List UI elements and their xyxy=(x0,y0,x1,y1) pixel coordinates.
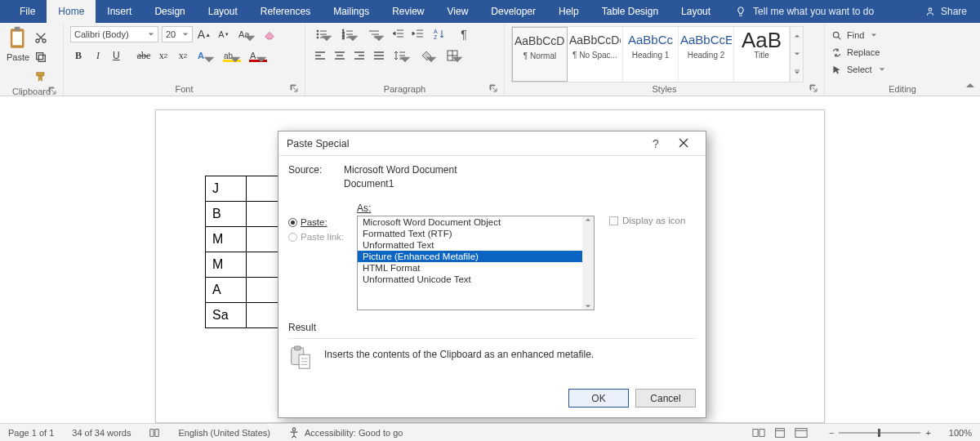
styles-gallery[interactable]: AaBbCcDc¶ NormalAaBbCcDc¶ No Spac...AaBb… xyxy=(511,26,791,82)
tab-insert[interactable]: Insert xyxy=(96,0,143,23)
paste-radio[interactable]: Paste: xyxy=(288,217,350,227)
zoom-in[interactable]: + xyxy=(925,428,930,438)
tab-design[interactable]: Design xyxy=(143,0,196,23)
brush-icon xyxy=(34,70,47,83)
tab-view[interactable]: View xyxy=(436,0,480,23)
sort-button[interactable]: AZ xyxy=(430,26,452,42)
group-paragraph: 123 AZ ¶ Paragraph xyxy=(305,23,505,96)
tab-mailings[interactable]: Mailings xyxy=(322,0,381,23)
find-button[interactable]: Find xyxy=(831,28,885,42)
format-option[interactable]: HTML Format xyxy=(358,262,594,274)
styles-launcher[interactable] xyxy=(809,84,817,92)
read-mode[interactable] xyxy=(749,425,768,440)
paste-link-radio: Paste link: xyxy=(288,232,350,242)
tab-layout[interactable]: Layout xyxy=(197,0,249,23)
share-button[interactable]: Share xyxy=(911,0,980,23)
tab-table-design[interactable]: Table Design xyxy=(590,0,670,23)
multilevel-button[interactable] xyxy=(364,26,387,42)
tab-file[interactable]: File xyxy=(8,0,47,23)
close-button[interactable] xyxy=(670,137,697,150)
bullets-button[interactable] xyxy=(312,26,335,42)
text-effects[interactable]: A xyxy=(194,47,217,64)
justify-icon xyxy=(372,49,385,62)
group-editing: Find Replace Select Editing xyxy=(825,23,980,96)
format-option[interactable]: Formatted Text (RTF) xyxy=(358,228,594,239)
font-color-button[interactable]: A xyxy=(247,47,270,64)
svg-point-12 xyxy=(317,37,318,38)
decrease-indent[interactable] xyxy=(390,26,407,42)
print-layout[interactable] xyxy=(770,425,790,440)
style--no-spac-[interactable]: AaBbCcDc¶ No Spac... xyxy=(568,27,623,82)
pilcrow-icon: ¶ xyxy=(461,28,467,41)
numbering-button[interactable]: 123 xyxy=(338,26,361,42)
paragraph-launcher[interactable] xyxy=(489,84,497,92)
language-indicator[interactable]: English (United States) xyxy=(178,428,270,438)
dialog-titlebar[interactable]: Paste Special ? xyxy=(278,131,706,156)
tell-me-text: Tell me what you want to do xyxy=(753,6,874,17)
cut-button[interactable] xyxy=(33,29,49,46)
tab-layout[interactable]: Layout xyxy=(670,0,722,23)
spellcheck-indicator[interactable] xyxy=(149,427,160,439)
style-heading-1[interactable]: AaBbCcHeading 1 xyxy=(623,27,679,82)
copy-button[interactable] xyxy=(33,49,49,65)
format-listbox[interactable]: Microsoft Word Document ObjectFormatted … xyxy=(357,216,595,310)
format-option[interactable]: Microsoft Word Document Object xyxy=(358,216,594,228)
paste-icon xyxy=(7,26,29,51)
accessibility-indicator[interactable]: Accessibility: Good to go xyxy=(288,427,403,439)
align-center[interactable] xyxy=(332,47,348,64)
align-left[interactable] xyxy=(312,47,328,64)
underline-button[interactable]: U xyxy=(109,47,132,64)
paste-button[interactable]: Paste xyxy=(7,26,29,62)
dialog-title: Paste Special xyxy=(287,138,642,149)
format-option[interactable]: Unformatted Text xyxy=(358,239,594,251)
line-spacing[interactable] xyxy=(390,47,413,64)
tell-me-search[interactable]: Tell me what you want to do xyxy=(722,0,911,23)
listbox-scrollbar[interactable] xyxy=(582,216,594,310)
read-icon xyxy=(752,427,765,439)
ok-button[interactable]: OK xyxy=(568,389,629,408)
style--normal[interactable]: AaBbCcDc¶ Normal xyxy=(512,27,568,82)
word-count[interactable]: 34 of 34 words xyxy=(72,428,131,438)
format-option[interactable]: Unformatted Unicode Text xyxy=(358,274,594,285)
collapse-ribbon[interactable] xyxy=(965,81,975,92)
group-font: Calibri (Body) 20 A▲ A▼ Aa B I U abc x2 … xyxy=(64,23,305,96)
clipboard-launcher[interactable] xyxy=(48,87,56,95)
format-option[interactable]: Picture (Enhanced Metafile) xyxy=(358,251,594,262)
justify[interactable] xyxy=(371,47,387,64)
web-layout[interactable] xyxy=(791,425,811,440)
tab-help[interactable]: Help xyxy=(547,0,590,23)
style-heading-2[interactable]: AaBbCcEHeading 2 xyxy=(679,27,734,82)
borders-button[interactable] xyxy=(443,47,466,64)
increase-indent[interactable] xyxy=(410,26,426,42)
shading-button[interactable] xyxy=(416,47,439,64)
svg-rect-6 xyxy=(38,55,45,61)
tab-developer[interactable]: Developer xyxy=(479,0,547,23)
align-left-icon xyxy=(314,49,327,62)
format-painter[interactable] xyxy=(33,69,49,85)
tab-references[interactable]: References xyxy=(249,0,322,23)
svg-rect-7 xyxy=(37,53,43,60)
select-button[interactable]: Select xyxy=(831,62,885,77)
zoom-slider[interactable]: − + xyxy=(829,428,931,438)
align-right[interactable] xyxy=(351,47,368,64)
highlight-button[interactable]: ab xyxy=(220,47,243,64)
page-indicator[interactable]: Page 1 of 1 xyxy=(8,428,54,438)
font-launcher[interactable] xyxy=(290,84,298,92)
svg-text:A: A xyxy=(434,29,438,34)
style-title[interactable]: AaBTitle xyxy=(734,27,790,82)
zoom-level[interactable]: 100% xyxy=(949,428,972,438)
styles-scroll[interactable] xyxy=(791,26,804,82)
replace-button[interactable]: Replace xyxy=(831,45,885,60)
show-marks[interactable]: ¶ xyxy=(456,26,472,42)
svg-point-8 xyxy=(317,30,318,32)
zoom-out[interactable]: − xyxy=(829,428,834,438)
outdent-icon xyxy=(392,28,405,41)
cancel-button[interactable]: Cancel xyxy=(635,389,696,408)
result-icon xyxy=(288,345,313,372)
close-icon xyxy=(679,138,688,148)
tab-home[interactable]: Home xyxy=(47,0,96,23)
svg-rect-56 xyxy=(295,346,301,350)
lightbulb-icon xyxy=(735,6,746,17)
help-button[interactable]: ? xyxy=(642,137,670,150)
tab-review[interactable]: Review xyxy=(381,0,435,23)
